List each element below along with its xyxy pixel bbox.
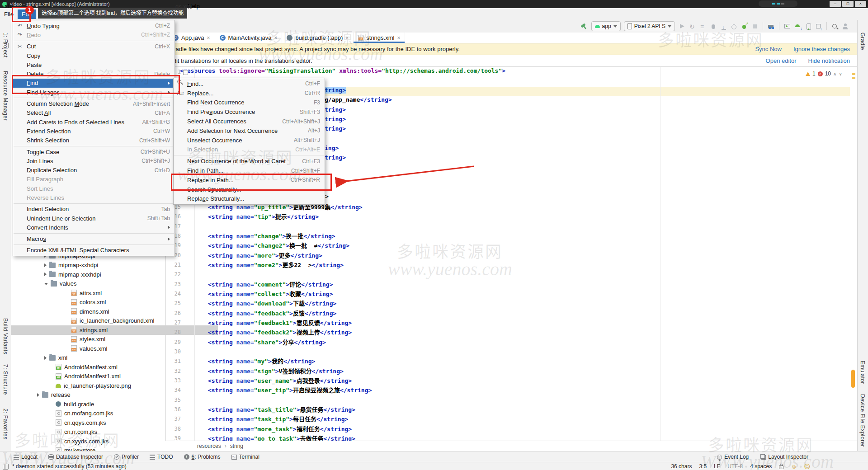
android-studio-window: video - strings.xml [video.app] (Adminis… <box>0 0 868 470</box>
annotation-arrow <box>0 0 868 470</box>
annotation-tooltip: 选择as顶部第二个选项 找到find，然后选择下方替换查找功能 <box>38 8 187 19</box>
annotation-step-badge: 1 <box>25 6 34 14</box>
